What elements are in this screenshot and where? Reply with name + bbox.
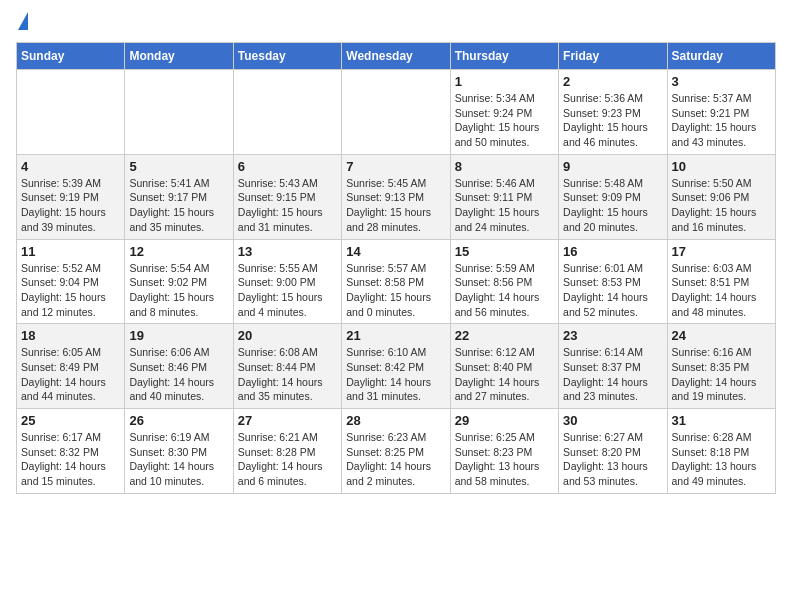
weekday-header-monday: Monday [125, 43, 233, 70]
calendar-cell: 4Sunrise: 5:39 AM Sunset: 9:19 PM Daylig… [17, 154, 125, 239]
calendar-cell: 13Sunrise: 5:55 AM Sunset: 9:00 PM Dayli… [233, 239, 341, 324]
day-info: Sunrise: 6:08 AM Sunset: 8:44 PM Dayligh… [238, 345, 337, 404]
day-info: Sunrise: 5:46 AM Sunset: 9:11 PM Dayligh… [455, 176, 554, 235]
day-number: 13 [238, 244, 337, 259]
calendar-cell: 26Sunrise: 6:19 AM Sunset: 8:30 PM Dayli… [125, 409, 233, 494]
weekday-header-friday: Friday [559, 43, 667, 70]
day-number: 19 [129, 328, 228, 343]
calendar-cell: 27Sunrise: 6:21 AM Sunset: 8:28 PM Dayli… [233, 409, 341, 494]
day-number: 12 [129, 244, 228, 259]
day-info: Sunrise: 5:36 AM Sunset: 9:23 PM Dayligh… [563, 91, 662, 150]
day-info: Sunrise: 6:16 AM Sunset: 8:35 PM Dayligh… [672, 345, 771, 404]
calendar-cell: 22Sunrise: 6:12 AM Sunset: 8:40 PM Dayli… [450, 324, 558, 409]
calendar-cell: 5Sunrise: 5:41 AM Sunset: 9:17 PM Daylig… [125, 154, 233, 239]
day-info: Sunrise: 6:06 AM Sunset: 8:46 PM Dayligh… [129, 345, 228, 404]
day-number: 27 [238, 413, 337, 428]
calendar-cell: 24Sunrise: 6:16 AM Sunset: 8:35 PM Dayli… [667, 324, 775, 409]
calendar-cell: 23Sunrise: 6:14 AM Sunset: 8:37 PM Dayli… [559, 324, 667, 409]
calendar-cell: 14Sunrise: 5:57 AM Sunset: 8:58 PM Dayli… [342, 239, 450, 324]
day-info: Sunrise: 6:27 AM Sunset: 8:20 PM Dayligh… [563, 430, 662, 489]
day-info: Sunrise: 6:25 AM Sunset: 8:23 PM Dayligh… [455, 430, 554, 489]
calendar-cell: 8Sunrise: 5:46 AM Sunset: 9:11 PM Daylig… [450, 154, 558, 239]
calendar-cell: 11Sunrise: 5:52 AM Sunset: 9:04 PM Dayli… [17, 239, 125, 324]
day-info: Sunrise: 5:54 AM Sunset: 9:02 PM Dayligh… [129, 261, 228, 320]
day-number: 22 [455, 328, 554, 343]
calendar-cell: 7Sunrise: 5:45 AM Sunset: 9:13 PM Daylig… [342, 154, 450, 239]
day-info: Sunrise: 5:52 AM Sunset: 9:04 PM Dayligh… [21, 261, 120, 320]
day-info: Sunrise: 5:50 AM Sunset: 9:06 PM Dayligh… [672, 176, 771, 235]
weekday-header-wednesday: Wednesday [342, 43, 450, 70]
calendar-cell: 30Sunrise: 6:27 AM Sunset: 8:20 PM Dayli… [559, 409, 667, 494]
day-number: 29 [455, 413, 554, 428]
day-info: Sunrise: 5:39 AM Sunset: 9:19 PM Dayligh… [21, 176, 120, 235]
calendar-cell: 28Sunrise: 6:23 AM Sunset: 8:25 PM Dayli… [342, 409, 450, 494]
day-info: Sunrise: 5:34 AM Sunset: 9:24 PM Dayligh… [455, 91, 554, 150]
day-info: Sunrise: 6:01 AM Sunset: 8:53 PM Dayligh… [563, 261, 662, 320]
day-info: Sunrise: 5:41 AM Sunset: 9:17 PM Dayligh… [129, 176, 228, 235]
day-number: 20 [238, 328, 337, 343]
day-info: Sunrise: 5:55 AM Sunset: 9:00 PM Dayligh… [238, 261, 337, 320]
calendar-cell: 3Sunrise: 5:37 AM Sunset: 9:21 PM Daylig… [667, 70, 775, 155]
day-info: Sunrise: 6:03 AM Sunset: 8:51 PM Dayligh… [672, 261, 771, 320]
day-number: 1 [455, 74, 554, 89]
day-info: Sunrise: 6:05 AM Sunset: 8:49 PM Dayligh… [21, 345, 120, 404]
calendar-cell [233, 70, 341, 155]
day-number: 3 [672, 74, 771, 89]
day-info: Sunrise: 6:21 AM Sunset: 8:28 PM Dayligh… [238, 430, 337, 489]
day-number: 10 [672, 159, 771, 174]
calendar-cell [125, 70, 233, 155]
page-header [16, 16, 776, 30]
calendar-cell: 19Sunrise: 6:06 AM Sunset: 8:46 PM Dayli… [125, 324, 233, 409]
day-number: 30 [563, 413, 662, 428]
day-number: 18 [21, 328, 120, 343]
calendar-cell [17, 70, 125, 155]
day-number: 2 [563, 74, 662, 89]
calendar-week-3: 11Sunrise: 5:52 AM Sunset: 9:04 PM Dayli… [17, 239, 776, 324]
day-info: Sunrise: 5:59 AM Sunset: 8:56 PM Dayligh… [455, 261, 554, 320]
weekday-header-saturday: Saturday [667, 43, 775, 70]
day-info: Sunrise: 6:12 AM Sunset: 8:40 PM Dayligh… [455, 345, 554, 404]
calendar-week-2: 4Sunrise: 5:39 AM Sunset: 9:19 PM Daylig… [17, 154, 776, 239]
day-number: 24 [672, 328, 771, 343]
calendar-cell: 1Sunrise: 5:34 AM Sunset: 9:24 PM Daylig… [450, 70, 558, 155]
logo-triangle-icon [18, 12, 28, 30]
day-info: Sunrise: 6:23 AM Sunset: 8:25 PM Dayligh… [346, 430, 445, 489]
day-number: 28 [346, 413, 445, 428]
calendar-cell: 18Sunrise: 6:05 AM Sunset: 8:49 PM Dayli… [17, 324, 125, 409]
day-number: 8 [455, 159, 554, 174]
calendar-cell: 15Sunrise: 5:59 AM Sunset: 8:56 PM Dayli… [450, 239, 558, 324]
day-number: 21 [346, 328, 445, 343]
day-number: 11 [21, 244, 120, 259]
calendar-cell: 2Sunrise: 5:36 AM Sunset: 9:23 PM Daylig… [559, 70, 667, 155]
calendar-header-row: SundayMondayTuesdayWednesdayThursdayFrid… [17, 43, 776, 70]
calendar-cell: 29Sunrise: 6:25 AM Sunset: 8:23 PM Dayli… [450, 409, 558, 494]
day-number: 17 [672, 244, 771, 259]
calendar-table: SundayMondayTuesdayWednesdayThursdayFrid… [16, 42, 776, 494]
day-number: 31 [672, 413, 771, 428]
weekday-header-tuesday: Tuesday [233, 43, 341, 70]
calendar-cell: 12Sunrise: 5:54 AM Sunset: 9:02 PM Dayli… [125, 239, 233, 324]
day-info: Sunrise: 5:48 AM Sunset: 9:09 PM Dayligh… [563, 176, 662, 235]
day-number: 25 [21, 413, 120, 428]
calendar-cell: 16Sunrise: 6:01 AM Sunset: 8:53 PM Dayli… [559, 239, 667, 324]
day-info: Sunrise: 6:14 AM Sunset: 8:37 PM Dayligh… [563, 345, 662, 404]
day-number: 6 [238, 159, 337, 174]
calendar-cell: 10Sunrise: 5:50 AM Sunset: 9:06 PM Dayli… [667, 154, 775, 239]
day-info: Sunrise: 5:57 AM Sunset: 8:58 PM Dayligh… [346, 261, 445, 320]
calendar-cell: 6Sunrise: 5:43 AM Sunset: 9:15 PM Daylig… [233, 154, 341, 239]
calendar-cell [342, 70, 450, 155]
calendar-cell: 31Sunrise: 6:28 AM Sunset: 8:18 PM Dayli… [667, 409, 775, 494]
day-info: Sunrise: 6:28 AM Sunset: 8:18 PM Dayligh… [672, 430, 771, 489]
day-info: Sunrise: 6:10 AM Sunset: 8:42 PM Dayligh… [346, 345, 445, 404]
calendar-cell: 9Sunrise: 5:48 AM Sunset: 9:09 PM Daylig… [559, 154, 667, 239]
day-number: 9 [563, 159, 662, 174]
calendar-cell: 21Sunrise: 6:10 AM Sunset: 8:42 PM Dayli… [342, 324, 450, 409]
day-info: Sunrise: 5:37 AM Sunset: 9:21 PM Dayligh… [672, 91, 771, 150]
day-number: 15 [455, 244, 554, 259]
weekday-header-sunday: Sunday [17, 43, 125, 70]
calendar-week-1: 1Sunrise: 5:34 AM Sunset: 9:24 PM Daylig… [17, 70, 776, 155]
day-number: 5 [129, 159, 228, 174]
calendar-week-4: 18Sunrise: 6:05 AM Sunset: 8:49 PM Dayli… [17, 324, 776, 409]
day-number: 7 [346, 159, 445, 174]
day-number: 4 [21, 159, 120, 174]
